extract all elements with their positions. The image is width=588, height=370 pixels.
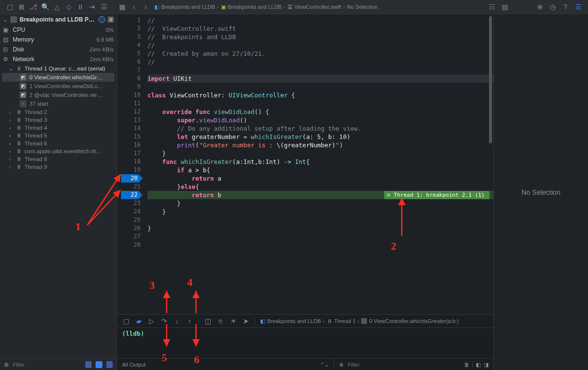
thread-row[interactable]: ›⏸Thread 3 (0, 116, 117, 124)
continue-icon[interactable]: ▷ (147, 317, 155, 325)
jump-file[interactable]: ViewController.swift (294, 4, 342, 10)
debug-crumb[interactable]: Thread 1 (334, 318, 356, 324)
code-line[interactable]: // Do any additional setup after loading… (147, 124, 493, 133)
breakpoint-hit-badge[interactable]: Thread 1: breakpoint 2.1 (1) (384, 191, 490, 199)
source-editor[interactable]: 1234567891011121314151617181920212223242… (117, 14, 493, 314)
thread-row[interactable]: ›⏸Thread 4 (0, 124, 117, 132)
disclosure-icon[interactable]: › (9, 125, 14, 131)
breakpoint-nav-icon[interactable]: ⇥ (87, 2, 97, 12)
x-square-icon[interactable]: ⊠ (17, 2, 26, 12)
code-line[interactable] (147, 232, 493, 241)
code-line[interactable]: } (147, 199, 493, 208)
location-icon[interactable]: ➤ (242, 317, 250, 325)
pane-left-icon[interactable]: ◧ (476, 362, 481, 368)
code-line[interactable]: } (147, 149, 493, 158)
gauge-cpu[interactable]: ▣ CPU 0% (0, 25, 117, 35)
thread-row[interactable]: ›⏸Thread 6 (0, 139, 117, 147)
console-filter-input[interactable] (346, 361, 461, 368)
report-nav-icon[interactable]: ☰ (99, 2, 109, 12)
editor-scrollbar[interactable] (489, 16, 492, 312)
gauge-network[interactable]: ⚙ Network Zero KB/s (0, 54, 117, 64)
stack-frame-1[interactable]: ◩ 1 ViewController.viewDidLo… (0, 82, 117, 91)
thread-row[interactable]: ›⏸com.apple.uikit.eventfetch-th… (0, 147, 117, 155)
breakpoint-marker[interactable]: 22 (121, 191, 143, 199)
jump-folder[interactable]: Breakpoints and LLDB (228, 4, 282, 10)
code-line[interactable] (147, 241, 493, 249)
disclosure-icon[interactable]: › (9, 156, 14, 162)
issue-icon[interactable]: △ (52, 2, 62, 12)
history-icon[interactable]: ◷ (548, 2, 558, 12)
code-line[interactable]: class ViewController: UIViewController { (147, 91, 493, 99)
code-line[interactable] (147, 99, 493, 108)
view-debug-icon[interactable]: ◫ (204, 317, 212, 325)
code-line[interactable]: // Breakpoints and LLDB (147, 33, 493, 41)
tests-icon[interactable]: ◇ (64, 2, 74, 12)
pause-icon[interactable]: ⏸ (108, 17, 114, 23)
code-line[interactable]: // (147, 41, 493, 49)
step-over-icon[interactable]: ↷ (160, 317, 168, 325)
code-line[interactable]: }else{ (147, 183, 493, 191)
disclosure-icon[interactable]: ⌄ (9, 65, 14, 72)
gauge-memory[interactable]: ▤ Memory 6.9 MB (0, 35, 117, 45)
debug-crumb[interactable]: Breakpoints and LLDB (267, 318, 321, 324)
outline-icon[interactable]: ☷ (487, 2, 497, 12)
thread-row[interactable]: ›⏸Thread 8 (0, 155, 117, 163)
disclosure-icon[interactable]: › (9, 133, 14, 139)
code-line[interactable]: // (147, 58, 493, 66)
disclosure-icon[interactable]: ⌄ (3, 16, 8, 23)
process-header[interactable]: ⌄ Breakpoints and LLDB P… ⏸ (0, 14, 117, 25)
grid-icon[interactable]: ▦ (117, 2, 127, 12)
disclosure-icon[interactable]: › (9, 148, 14, 154)
disclosure-icon[interactable]: › (9, 117, 14, 123)
env-override-icon[interactable]: ☀ (229, 317, 237, 325)
minimap-icon[interactable]: ▤ (500, 2, 510, 12)
thread-row[interactable]: ›⏸Thread 5 (0, 132, 117, 139)
adjust-editor-icon[interactable]: ☰ (573, 2, 583, 12)
debug-nav-icon[interactable]: ⏸ (75, 2, 85, 12)
jump-selection[interactable]: No Selection (347, 4, 377, 10)
pid-badge[interactable] (98, 16, 105, 23)
memory-graph-icon[interactable]: ⎋ (217, 317, 224, 325)
code-line[interactable]: return bThread 1: breakpoint 2.1 (1) (147, 191, 493, 199)
navigator-filter-input[interactable] (12, 361, 81, 368)
console[interactable]: (lldb) (117, 328, 493, 358)
thread-row[interactable]: ›⏸Thread 9 (0, 163, 117, 171)
nav-fwd-icon[interactable]: › (141, 2, 150, 12)
trash-icon[interactable]: 🗑 (464, 362, 469, 368)
jump-project[interactable]: Breakpoints and LLDB (161, 4, 215, 10)
stack-frame-37[interactable]: ◦ 37 start (0, 99, 117, 108)
plus-tab-icon[interactable]: ⊕ (535, 2, 545, 12)
stack-frame-0[interactable]: ◩ 0 ViewController.whichIsGr… (2, 73, 115, 82)
code-line[interactable]: let greaterNumber = whichIsGreater(a: 5,… (147, 133, 493, 141)
code-line[interactable]: // (147, 16, 493, 24)
code-line[interactable]: super.viewDidLoad() (147, 116, 493, 124)
code-area[interactable]: //// ViewController.swift// Breakpoints … (144, 14, 493, 314)
code-line[interactable]: if a > b{ (147, 166, 493, 174)
pane-right-icon[interactable]: ◨ (484, 362, 489, 368)
breakpoint-marker[interactable]: 20 (121, 174, 143, 183)
gutter[interactable]: 1234567891011121314151617181920212223242… (117, 14, 144, 314)
code-line[interactable]: // Created by aman on 27/10/21. (147, 49, 493, 58)
help-icon[interactable]: ? (561, 2, 570, 12)
disclosure-icon[interactable]: › (9, 109, 14, 115)
code-line[interactable]: print("Greater number is : \(greaterNumb… (147, 141, 493, 149)
code-line[interactable]: } (147, 224, 493, 232)
disclosure-icon[interactable]: › (9, 164, 14, 170)
disclosure-icon[interactable]: › (9, 140, 14, 146)
output-selector[interactable]: All Output ⌃⌄ (117, 359, 334, 370)
filter-toggle-3[interactable] (106, 361, 113, 368)
nav-back-icon[interactable]: ‹ (129, 2, 139, 12)
step-out-icon[interactable]: ↑ (186, 317, 194, 325)
step-into-icon[interactable]: ↓ (173, 317, 181, 325)
filter-toggle-2[interactable] (96, 361, 102, 368)
thread-1[interactable]: ⌄ ⏸ Thread 1 Queue: c…ead (serial) (0, 64, 117, 73)
scroll-thumb[interactable] (489, 16, 492, 143)
code-line[interactable]: // ViewController.swift (147, 24, 493, 33)
thread-row[interactable]: ›⏸Thread 2 (0, 108, 117, 116)
debug-jump-bar[interactable]: ◧ Breakpoints and LLDB › ⏸ Thread 1 › 0 … (260, 318, 459, 324)
code-line[interactable]: return a (147, 174, 493, 183)
code-line[interactable] (147, 216, 493, 224)
find-icon[interactable]: 🔍 (40, 2, 50, 12)
code-line[interactable]: func whichIsGreater(a:Int,b:Int) -> Int{ (147, 158, 493, 166)
code-line[interactable]: override func viewDidLoad() { (147, 108, 493, 116)
